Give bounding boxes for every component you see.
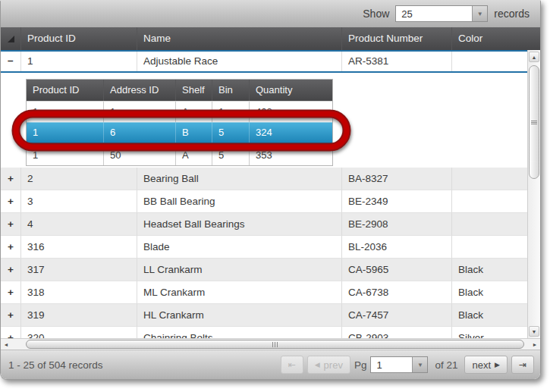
subgrid-row[interactable]: 1 50 A 5 353 — [27, 144, 332, 165]
subgrid-cell: 1 — [27, 145, 104, 165]
cell-name: Bearing Ball — [137, 168, 342, 190]
grid-header-row: Product ID Name Product Number Color — [1, 27, 540, 50]
show-label: Show — [363, 8, 389, 20]
cell-color: Black — [452, 304, 527, 327]
column-header-product-number[interactable]: Product Number — [342, 27, 452, 50]
first-page-icon: ⇤ — [288, 360, 296, 369]
corner-triangle-icon — [8, 36, 14, 42]
page-size-value: 25 — [396, 6, 472, 21]
scroll-left-icon[interactable]: ◄ — [2, 340, 11, 349]
table-row[interactable]: + 319 HL Crankarm CA-7457 Black — [1, 304, 527, 327]
screenshot-stage: Show 25 ▼ records Product ID Name Produc… — [0, 0, 550, 392]
table-row[interactable]: + 316 Blade BL-2036 — [1, 236, 527, 259]
subgrid-cell: 324 — [250, 123, 332, 143]
cell-name: Headset Ball Bearings — [137, 213, 342, 236]
column-header-name[interactable]: Name — [137, 27, 342, 50]
subgrid-column-product-id[interactable]: Product ID — [27, 80, 104, 101]
scroll-down-icon[interactable]: ▼ — [529, 326, 539, 337]
subgrid-cell: 50 — [104, 145, 176, 165]
cell-product-number: BE-2908 — [342, 213, 452, 236]
next-label: next — [472, 359, 491, 371]
cell-product-number: CA-7457 — [342, 304, 452, 327]
last-page-icon: ⇥ — [519, 360, 526, 369]
subgrid: Product ID Address ID Shelf Bin Quantity… — [26, 79, 333, 166]
prev-page-button[interactable]: ◀ prev — [307, 356, 350, 374]
subgrid-column-bin[interactable]: Bin — [212, 80, 250, 101]
first-page-button[interactable]: ⇤ — [281, 356, 303, 374]
column-header-color[interactable]: Color — [452, 27, 540, 50]
expand-row-button[interactable]: + — [1, 327, 21, 338]
table-row[interactable]: + 2 Bearing Ball BA-8327 — [1, 168, 527, 190]
cell-product-number: CB-2903 — [342, 327, 452, 338]
cell-product-id: 316 — [21, 236, 137, 259]
records-label: records — [494, 8, 530, 20]
subgrid-cell: 408 — [250, 102, 332, 122]
cell-product-number: CA-5965 — [342, 259, 452, 281]
subgrid-cell: A — [176, 145, 212, 165]
table-row[interactable]: + 317 LL Crankarm CA-5965 Black — [1, 259, 527, 281]
chevron-down-icon[interactable]: ▼ — [472, 6, 487, 21]
cell-color — [452, 168, 527, 190]
horizontal-scrollbar[interactable]: ◄ ► — [1, 338, 540, 350]
expand-row-button[interactable]: + — [1, 236, 21, 259]
vertical-scrollbar-thumb[interactable] — [529, 65, 539, 179]
subgrid-cell: B — [176, 123, 212, 143]
cell-color — [452, 190, 527, 213]
column-header-product-id[interactable]: Product ID — [21, 27, 137, 50]
cell-name: BB Ball Bearing — [137, 190, 342, 213]
subgrid-cell: 1 — [27, 123, 104, 143]
table-row-expanded[interactable]: − 1 Adjustable Race AR-5381 — [1, 50, 527, 73]
collapse-row-button[interactable]: − — [1, 52, 21, 71]
expand-row-button[interactable]: + — [1, 190, 21, 213]
cell-color: Black — [452, 259, 527, 281]
cell-name: HL Crankarm — [137, 304, 342, 327]
scrollbar-grip — [531, 120, 537, 125]
table-row-clipped[interactable]: + 320 Chainring Bolts CB-2903 Silver — [1, 327, 527, 338]
cell-color — [452, 236, 527, 259]
cell-product-id: 4 — [21, 213, 137, 236]
cell-product-number: AR-5381 — [342, 52, 452, 71]
chevron-down-icon[interactable]: ▼ — [412, 357, 427, 372]
horizontal-scrollbar-thumb[interactable] — [26, 340, 524, 349]
subgrid-row[interactable]: 1 1 A 1 408 — [27, 101, 332, 122]
table-row[interactable]: + 3 BB Ball Bearing BE-2349 — [1, 190, 527, 213]
subgrid-column-quantity[interactable]: Quantity — [250, 80, 332, 101]
cell-product-number: BA-8327 — [342, 168, 452, 190]
cell-color — [452, 52, 527, 71]
cell-product-id: 3 — [21, 190, 137, 213]
expand-row-button[interactable]: + — [1, 304, 21, 327]
last-page-button[interactable]: ⇥ — [511, 356, 534, 374]
cell-color — [452, 213, 527, 236]
expand-row-button[interactable]: + — [1, 281, 21, 304]
subgrid-cell: 1 — [104, 102, 176, 122]
page-select-dropdown[interactable]: 1 ▼ — [370, 356, 428, 373]
subgrid-column-address-id[interactable]: Address ID — [104, 80, 176, 101]
current-page-value: 1 — [371, 357, 412, 372]
subgrid-cell: 1 — [27, 102, 104, 122]
grid-footer: 1 - 25 of 504 records ⇤ ◀ prev Pg 1 ▼ of… — [1, 350, 540, 379]
vertical-scrollbar[interactable]: ▲ ▼ — [527, 50, 540, 338]
expand-row-button[interactable]: + — [1, 213, 21, 236]
table-row[interactable]: + 4 Headset Ball Bearings BE-2908 — [1, 213, 527, 236]
grid-toolbar: Show 25 ▼ records — [1, 0, 540, 27]
pg-label: Pg — [354, 359, 367, 371]
subgrid-column-shelf[interactable]: Shelf — [176, 80, 212, 101]
expand-row-button[interactable]: + — [1, 168, 21, 190]
expand-row-button[interactable]: + — [1, 259, 21, 281]
cell-product-number: BL-2036 — [342, 236, 452, 259]
prev-label: prev — [324, 359, 343, 371]
scroll-up-icon[interactable]: ▲ — [529, 52, 539, 62]
collapse-all-header-cell[interactable] — [1, 27, 21, 50]
scroll-right-icon[interactable]: ► — [530, 340, 539, 349]
subgrid-cell: A — [176, 102, 212, 122]
cell-product-id: 1 — [21, 52, 137, 71]
cell-product-id: 317 — [21, 259, 137, 281]
next-page-button[interactable]: next ▶ — [464, 356, 508, 374]
cell-name: Adjustable Race — [137, 52, 342, 71]
grid-body: − 1 Adjustable Race AR-5381 Product ID A… — [1, 50, 527, 338]
scrollbar-grip — [272, 342, 278, 347]
subgrid-row-selected[interactable]: 1 6 B 5 324 — [27, 122, 332, 144]
table-row[interactable]: + 318 ML Crankarm CA-6738 Black — [1, 281, 527, 304]
page-size-dropdown[interactable]: 25 ▼ — [395, 5, 488, 22]
next-triangle-icon: ▶ — [495, 362, 500, 368]
